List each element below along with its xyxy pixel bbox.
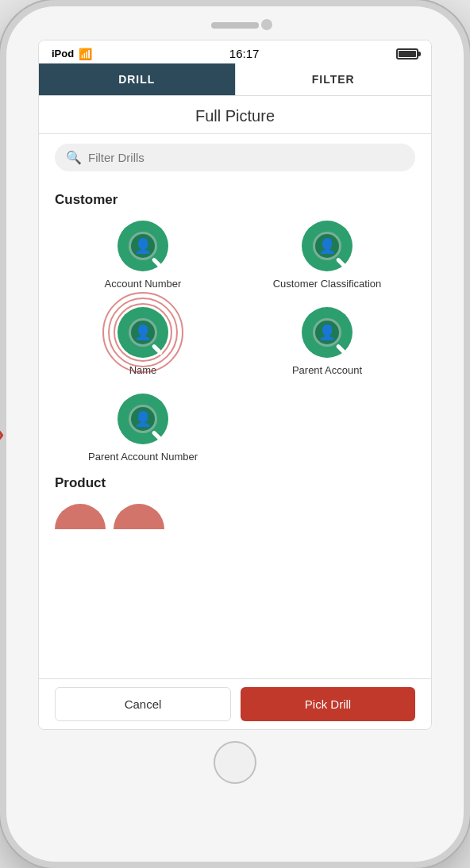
drill-item-parent-account-number[interactable]: 👤 Parent Account Number — [55, 394, 231, 464]
product-icon-partial-1 — [55, 504, 106, 529]
magnifier-handle — [336, 344, 348, 355]
name-icon: 👤 — [118, 307, 168, 358]
drill-item-parent-account[interactable]: 👤 Parent Account — [239, 307, 415, 378]
account-number-icon: 👤 — [118, 221, 168, 271]
search-input[interactable] — [88, 151, 404, 164]
content-area: Customer 👤 Account Number — [39, 181, 431, 678]
speaker — [211, 22, 259, 29]
phone-screen: iPod 📶 16:17 DRILL FILTER Full Picture 🔍 — [38, 40, 432, 730]
phone-frame: iPod 📶 16:17 DRILL FILTER Full Picture 🔍 — [0, 0, 470, 868]
bottom-bar: Cancel Pick Drill — [39, 678, 431, 729]
device-name: iPod — [52, 48, 74, 60]
page-title: Full Picture — [39, 96, 431, 134]
pick-drill-button[interactable]: Pick Drill — [241, 687, 415, 721]
magnifier-handle — [152, 430, 164, 442]
magnifier-handle — [336, 257, 348, 269]
parent-account-number-icon: 👤 — [118, 394, 168, 444]
side-arrow-icon: › — [0, 421, 4, 447]
cancel-button[interactable]: Cancel — [55, 687, 231, 721]
drill-item-account-number[interactable]: 👤 Account Number — [55, 221, 231, 291]
wifi-icon: 📶 — [79, 48, 92, 60]
drill-item-name[interactable]: 👤 Name — [55, 307, 231, 378]
home-button[interactable] — [214, 741, 256, 784]
search-icon: 🔍 — [66, 150, 82, 165]
camera — [261, 19, 272, 30]
product-icon-partial-2 — [114, 504, 164, 529]
time-display: 16:17 — [229, 47, 260, 60]
tab-bar: DRILL FILTER — [39, 63, 431, 96]
customer-classification-label: Customer Classification — [273, 278, 382, 291]
status-bar: iPod 📶 16:17 — [39, 40, 431, 63]
person-icon: 👤 — [318, 239, 336, 253]
ripple-ring-3 — [102, 292, 183, 373]
parent-account-icon: 👤 — [302, 307, 352, 358]
magnifier-handle — [152, 257, 164, 269]
product-section-partial — [55, 504, 415, 529]
person-icon: 👤 — [134, 412, 152, 426]
account-number-label: Account Number — [105, 278, 182, 291]
drill-item-customer-classification[interactable]: 👤 Customer Classification — [239, 221, 415, 291]
person-icon: 👤 — [318, 325, 336, 340]
customer-drill-grid: 👤 Account Number 👤 Customer Classifica — [55, 221, 415, 464]
customer-section-title: Customer — [55, 192, 415, 208]
search-bar: 🔍 — [55, 144, 415, 171]
parent-account-number-label: Parent Account Number — [88, 451, 198, 464]
product-section-title: Product — [55, 475, 415, 491]
battery-icon — [396, 48, 418, 60]
tab-filter[interactable]: FILTER — [235, 63, 432, 95]
parent-account-label: Parent Account — [292, 364, 362, 378]
tab-drill[interactable]: DRILL — [39, 63, 235, 95]
customer-classification-icon: 👤 — [302, 221, 352, 271]
person-icon: 👤 — [134, 239, 152, 253]
